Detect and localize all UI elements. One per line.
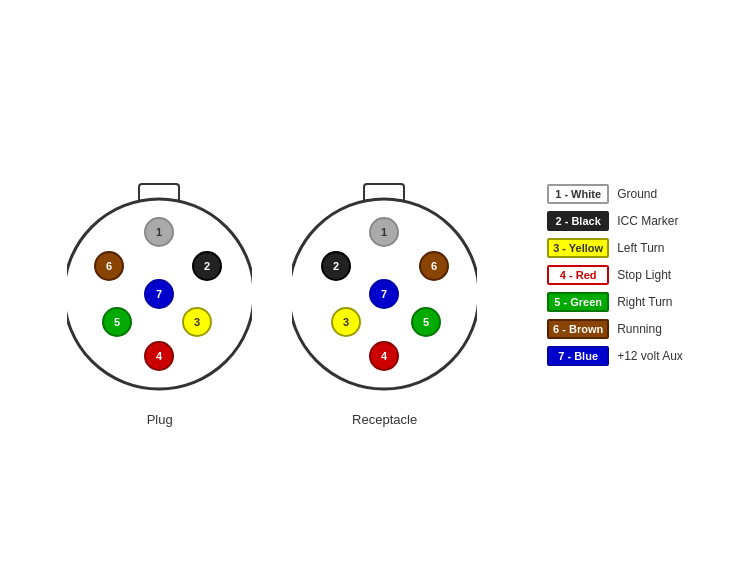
svg-text:1: 1 bbox=[156, 226, 162, 238]
legend-badge-brown: 6 - Brown bbox=[547, 319, 609, 339]
legend-badge-green: 5 - Green bbox=[547, 292, 609, 312]
legend-desc-white: Ground bbox=[617, 187, 657, 201]
connectors-container: 1234567Plug1234567Receptacle bbox=[67, 174, 477, 427]
legend-area: 1 - WhiteGround2 - BlackICC Marker3 - Ye… bbox=[547, 184, 683, 366]
legend-row-brown: 6 - BrownRunning bbox=[547, 319, 683, 339]
legend-desc-black: ICC Marker bbox=[617, 214, 678, 228]
svg-text:2: 2 bbox=[333, 260, 339, 272]
svg-text:3: 3 bbox=[343, 316, 349, 328]
legend-row-blue: 7 - Blue+12 volt Aux bbox=[547, 346, 683, 366]
connector-label-receptacle: Receptacle bbox=[352, 412, 417, 427]
legend-desc-yellow: Left Turn bbox=[617, 241, 664, 255]
legend-desc-brown: Running bbox=[617, 322, 662, 336]
legend-badge-blue: 7 - Blue bbox=[547, 346, 609, 366]
diagrams-area: 1234567Plug1234567Receptacle 1 - WhiteGr… bbox=[67, 174, 683, 427]
svg-text:4: 4 bbox=[156, 350, 163, 362]
svg-text:5: 5 bbox=[423, 316, 429, 328]
svg-text:4: 4 bbox=[381, 350, 388, 362]
legend-badge-red: 4 - Red bbox=[547, 265, 609, 285]
svg-text:2: 2 bbox=[204, 260, 210, 272]
legend-desc-red: Stop Light bbox=[617, 268, 671, 282]
legend-desc-blue: +12 volt Aux bbox=[617, 349, 683, 363]
legend-desc-green: Right Turn bbox=[617, 295, 672, 309]
connector-plug: 1234567Plug bbox=[67, 174, 252, 427]
svg-text:6: 6 bbox=[106, 260, 112, 272]
legend-row-green: 5 - GreenRight Turn bbox=[547, 292, 683, 312]
connector-receptacle: 1234567Receptacle bbox=[292, 174, 477, 427]
legend-row-red: 4 - RedStop Light bbox=[547, 265, 683, 285]
svg-text:3: 3 bbox=[194, 316, 200, 328]
svg-text:7: 7 bbox=[381, 288, 387, 300]
connector-svg-receptacle: 1234567 bbox=[292, 174, 477, 404]
legend-row-black: 2 - BlackICC Marker bbox=[547, 211, 683, 231]
connector-svg-plug: 1234567 bbox=[67, 174, 252, 404]
svg-text:7: 7 bbox=[156, 288, 162, 300]
legend-badge-black: 2 - Black bbox=[547, 211, 609, 231]
connector-label-plug: Plug bbox=[147, 412, 173, 427]
svg-text:6: 6 bbox=[431, 260, 437, 272]
legend-badge-white: 1 - White bbox=[547, 184, 609, 204]
legend-row-white: 1 - WhiteGround bbox=[547, 184, 683, 204]
main-container: 1234567Plug1234567Receptacle 1 - WhiteGr… bbox=[0, 0, 750, 580]
legend-badge-yellow: 3 - Yellow bbox=[547, 238, 609, 258]
legend-row-yellow: 3 - YellowLeft Turn bbox=[547, 238, 683, 258]
svg-text:5: 5 bbox=[114, 316, 120, 328]
svg-text:1: 1 bbox=[381, 226, 387, 238]
